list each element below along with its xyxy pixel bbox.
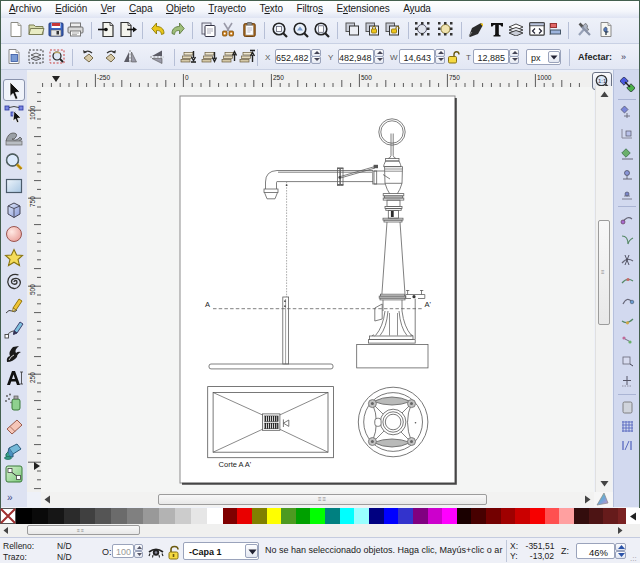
svg-text:1000: 1000 xyxy=(29,105,36,120)
svg-text:-250: -250 xyxy=(97,74,110,81)
svg-text:750: 750 xyxy=(29,196,36,207)
svg-text:A': A' xyxy=(425,300,432,309)
svg-text:1:1: 1:1 xyxy=(598,78,607,84)
svg-text:Corte A A': Corte A A' xyxy=(219,460,252,469)
svg-text:1000: 1000 xyxy=(537,74,552,81)
svg-text:500: 500 xyxy=(361,74,372,81)
svg-text:250: 250 xyxy=(29,372,36,383)
svg-text:A: A xyxy=(205,300,210,309)
svg-text:750: 750 xyxy=(449,74,460,81)
svg-text:500: 500 xyxy=(29,284,36,295)
svg-text:0: 0 xyxy=(185,74,189,81)
svg-text:250: 250 xyxy=(273,74,284,81)
